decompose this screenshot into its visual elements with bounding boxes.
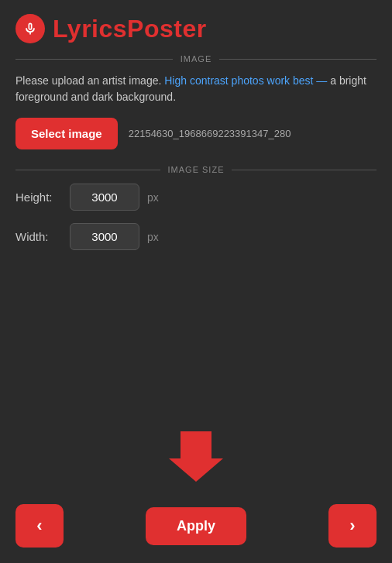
app-logo-icon <box>15 14 45 43</box>
down-arrow-icon <box>165 424 227 486</box>
image-select-row: Select image 22154630_1968669223391347_2… <box>15 118 377 149</box>
apply-button[interactable]: Apply <box>146 507 246 545</box>
prev-button[interactable]: ‹ <box>15 504 64 548</box>
next-button[interactable]: › <box>328 504 377 548</box>
height-unit: px <box>147 191 159 204</box>
description-text-part1: Please upload an artist image. <box>15 74 164 87</box>
selected-file-name: 22154630_1968669223391347_280 <box>129 128 291 139</box>
description-highlight: High contrast photos work best — <box>164 74 327 87</box>
width-unit: px <box>147 231 159 243</box>
width-label: Width: <box>15 230 62 243</box>
app-title: LyricsPoster <box>53 15 207 43</box>
image-section-label: IMAGE <box>181 54 211 64</box>
image-description: Please upload an artist image. High cont… <box>15 73 377 105</box>
svg-marker-0 <box>169 431 223 482</box>
image-size-section-divider: IMAGE SIZE <box>0 165 392 174</box>
width-input[interactable] <box>70 223 139 250</box>
divider-line-right <box>219 59 377 60</box>
image-section-divider: IMAGE <box>0 54 392 64</box>
divider-line-left <box>15 59 173 60</box>
image-upload-section: Please upload an artist image. High cont… <box>0 73 392 149</box>
width-row: Width: px <box>15 223 377 250</box>
image-size-section-label: IMAGE SIZE <box>168 165 225 174</box>
app-header: LyricsPoster <box>0 0 392 54</box>
height-input[interactable] <box>70 184 139 211</box>
select-image-button[interactable]: Select image <box>15 118 118 149</box>
height-label: Height: <box>15 191 62 204</box>
size-divider-line-right <box>232 170 377 170</box>
height-row: Height: px <box>15 184 377 211</box>
size-divider-line-left <box>15 170 160 170</box>
microphone-icon <box>22 21 38 36</box>
image-size-section: Height: px Width: px <box>0 184 392 250</box>
arrow-indicator <box>165 424 227 486</box>
bottom-navigation: ‹ Apply › <box>0 504 392 548</box>
